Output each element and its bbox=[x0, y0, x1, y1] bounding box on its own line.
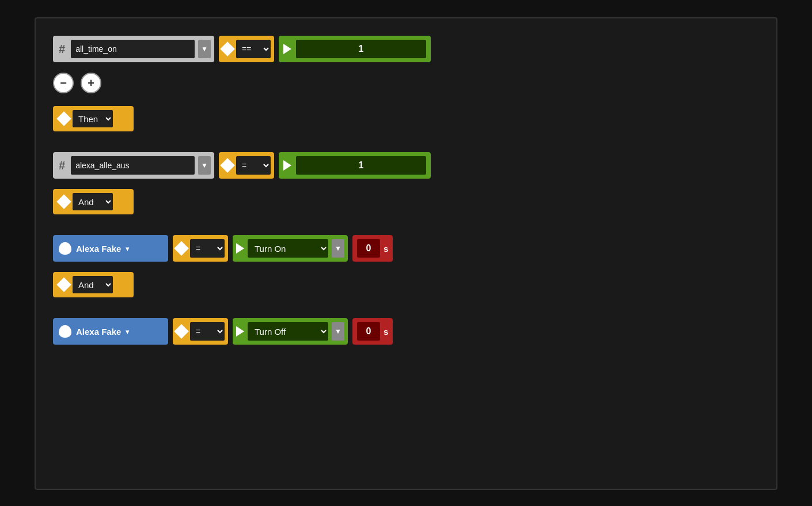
action-block-2: Turn Off Turn On ▼ bbox=[233, 318, 348, 345]
operator-block-condition: == = != > < bbox=[219, 36, 274, 62]
action-diamond-icon bbox=[220, 158, 234, 172]
device2-diamond-icon bbox=[174, 324, 188, 338]
condition-row: # ▼ == = != > < bbox=[53, 36, 759, 62]
action-dropdown-2[interactable]: ▼ bbox=[332, 322, 344, 341]
diamond-icon bbox=[220, 41, 234, 56]
device-operator-block-1: = == bbox=[173, 235, 228, 262]
and-row-1: And Or Then bbox=[53, 189, 759, 225]
hash-symbol: # bbox=[56, 43, 67, 56]
then-diamond-icon bbox=[56, 111, 71, 126]
timer-value-2[interactable] bbox=[357, 322, 380, 341]
play-icon-action bbox=[283, 160, 291, 171]
and1-diamond-icon bbox=[56, 194, 71, 209]
and-block-1: And Or Then bbox=[53, 189, 134, 214]
action-variable-block: # ▼ bbox=[53, 152, 214, 179]
and1-select[interactable]: And Or Then bbox=[73, 193, 113, 210]
play-icon-device2 bbox=[236, 326, 244, 337]
device1-diamond-icon bbox=[174, 241, 188, 255]
and2-select[interactable]: And Or Then bbox=[73, 276, 113, 293]
action-value-block bbox=[279, 152, 431, 179]
add-condition-button[interactable]: + bbox=[81, 73, 101, 93]
value-input-condition[interactable] bbox=[296, 40, 426, 58]
device-dropdown-1[interactable]: ▾ bbox=[126, 244, 130, 253]
timer-block-2: s bbox=[352, 318, 393, 345]
device-operator-block-2: = == bbox=[173, 318, 228, 345]
and2-diamond-icon bbox=[56, 277, 71, 292]
device-row-2: Alexa Fake ▾ = == Turn Off Turn On ▼ s bbox=[53, 318, 759, 345]
action-select-2[interactable]: Turn Off Turn On bbox=[248, 322, 328, 341]
action-variable-row: # ▼ = == bbox=[53, 152, 759, 179]
variable-dropdown[interactable]: ▼ bbox=[198, 40, 211, 58]
timer-unit-1: s bbox=[384, 244, 388, 254]
action-variable-dropdown[interactable]: ▼ bbox=[198, 156, 211, 175]
play-icon-device1 bbox=[236, 243, 244, 254]
then-select[interactable]: Then Else bbox=[73, 110, 113, 127]
variable-block: # ▼ bbox=[53, 36, 214, 62]
controls-row: − + bbox=[53, 73, 759, 93]
then-block: Then Else bbox=[53, 106, 134, 131]
device-name-1: Alexa Fake bbox=[76, 244, 121, 254]
value-block-condition bbox=[279, 36, 431, 62]
device-dropdown-2[interactable]: ▾ bbox=[126, 327, 130, 336]
play-icon-condition bbox=[283, 44, 291, 54]
device-icon-2 bbox=[59, 325, 71, 338]
device1-operator-select[interactable]: = == bbox=[190, 239, 225, 258]
remove-condition-button[interactable]: − bbox=[53, 73, 74, 93]
and-block-2: And Or Then bbox=[53, 272, 134, 297]
timer-unit-2: s bbox=[384, 327, 388, 337]
action-select-1[interactable]: Turn On Turn Off bbox=[248, 239, 328, 258]
device-name-2: Alexa Fake bbox=[76, 327, 121, 337]
timer-value-1[interactable] bbox=[357, 239, 380, 258]
then-row: Then Else bbox=[53, 106, 759, 142]
action-variable-input[interactable] bbox=[71, 156, 195, 175]
action-operator-block: = == bbox=[219, 152, 274, 179]
action-operator-select[interactable]: = == bbox=[236, 156, 271, 175]
and-row-2: And Or Then bbox=[53, 272, 759, 308]
action-dropdown-1[interactable]: ▼ bbox=[332, 239, 344, 258]
variable-input[interactable] bbox=[71, 40, 195, 58]
device-block-1: Alexa Fake ▾ bbox=[53, 235, 168, 262]
device-block-2: Alexa Fake ▾ bbox=[53, 318, 168, 345]
device-icon-1 bbox=[59, 242, 71, 255]
action-hash-symbol: # bbox=[56, 159, 67, 172]
action-value-input[interactable] bbox=[296, 156, 426, 175]
action-block-1: Turn On Turn Off ▼ bbox=[233, 235, 348, 262]
main-container: # ▼ == = != > < − + Then bbox=[35, 17, 777, 490]
device2-operator-select[interactable]: = == bbox=[190, 322, 225, 341]
operator-select-condition[interactable]: == = != > < bbox=[236, 40, 271, 58]
device-row-1: Alexa Fake ▾ = == Turn On Turn Off ▼ s bbox=[53, 235, 759, 262]
timer-block-1: s bbox=[352, 235, 393, 262]
